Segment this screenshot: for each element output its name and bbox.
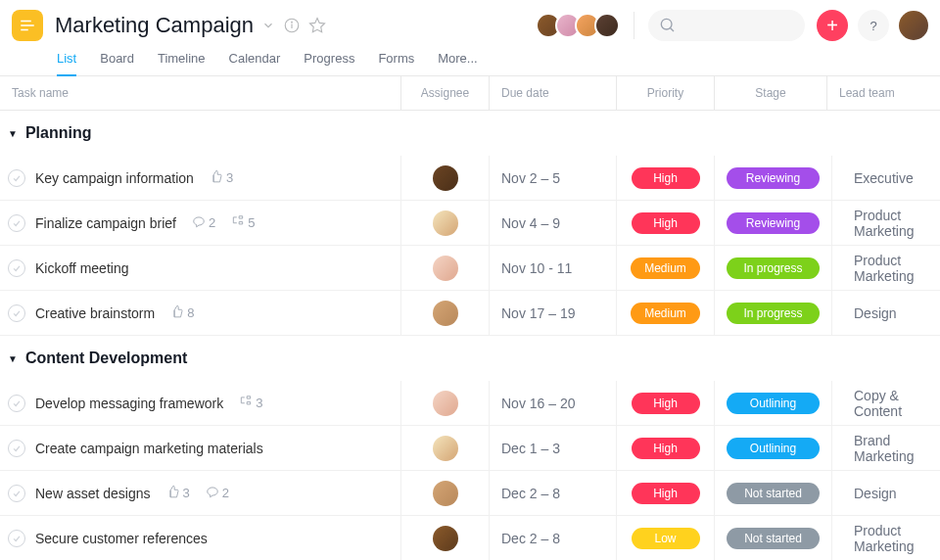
likes-count[interactable]: 8 — [170, 304, 194, 321]
lead-team[interactable]: Copy & Content — [854, 388, 928, 419]
chevron-down-icon: ▼ — [8, 128, 18, 139]
assignee-avatar[interactable] — [433, 391, 458, 416]
assignee-avatar[interactable] — [433, 436, 458, 461]
priority-badge[interactable]: High — [632, 393, 700, 414]
svg-rect-1 — [21, 24, 34, 26]
priority-badge[interactable]: Low — [632, 528, 700, 549]
task-row[interactable]: Secure customer referencesDec 2 – 8LowNo… — [0, 516, 940, 560]
thumbs-up-icon — [166, 485, 180, 501]
due-date[interactable]: Dec 1 – 3 — [501, 441, 560, 456]
add-button[interactable]: + — [817, 10, 848, 41]
section-header[interactable]: ▼Planning — [0, 111, 940, 156]
priority-badge[interactable]: High — [632, 438, 700, 459]
stage-badge[interactable]: Outlining — [727, 393, 820, 414]
complete-checkbox[interactable] — [8, 259, 25, 277]
col-header-team[interactable]: Lead team — [827, 76, 940, 110]
likes-count[interactable]: 3 — [166, 485, 190, 501]
user-avatar[interactable] — [899, 11, 928, 40]
comments-count[interactable]: 2 — [206, 485, 229, 501]
tab-more[interactable]: More... — [438, 45, 477, 75]
col-header-task[interactable]: Task name — [0, 76, 401, 110]
comment-icon — [206, 485, 219, 501]
comments-count[interactable]: 2 — [192, 214, 215, 231]
help-button[interactable]: ? — [858, 10, 889, 41]
stage-badge[interactable]: Reviewing — [727, 212, 820, 234]
assignee-avatar[interactable] — [433, 256, 458, 281]
priority-badge[interactable]: Medium — [631, 257, 700, 279]
stage-badge[interactable]: Not started — [727, 528, 820, 549]
col-header-assignee[interactable]: Assignee — [401, 76, 490, 110]
tab-board[interactable]: Board — [100, 45, 134, 75]
assignee-avatar[interactable] — [433, 301, 458, 326]
tab-list[interactable]: List — [57, 45, 76, 75]
due-date[interactable]: Dec 2 – 8 — [501, 531, 560, 546]
stage-badge[interactable]: In progress — [727, 257, 820, 279]
lead-team[interactable]: Design — [854, 305, 897, 321]
due-date[interactable]: Nov 16 – 20 — [501, 396, 576, 411]
project-members[interactable] — [541, 13, 620, 38]
complete-checkbox[interactable] — [8, 304, 25, 322]
priority-badge[interactable]: High — [632, 167, 700, 189]
col-header-stage[interactable]: Stage — [715, 76, 827, 110]
col-header-priority[interactable]: Priority — [617, 76, 715, 110]
complete-checkbox[interactable] — [8, 214, 25, 232]
subtasks-count[interactable]: 3 — [239, 395, 262, 411]
likes-count[interactable]: 3 — [210, 169, 233, 186]
assignee-avatar[interactable] — [433, 210, 458, 236]
star-icon[interactable] — [308, 17, 326, 34]
complete-checkbox[interactable] — [8, 485, 25, 502]
search-input[interactable] — [648, 10, 805, 41]
complete-checkbox[interactable] — [8, 530, 25, 547]
chevron-down-icon[interactable] — [261, 19, 275, 32]
priority-badge[interactable]: Medium — [631, 303, 700, 324]
due-date[interactable]: Dec 2 – 8 — [501, 486, 560, 501]
complete-checkbox[interactable] — [8, 440, 25, 457]
task-row[interactable]: Creative brainstorm8Nov 17 – 19MediumIn … — [0, 291, 940, 336]
due-date[interactable]: Nov 2 – 5 — [501, 170, 560, 186]
lead-team[interactable]: Product Marketing — [854, 208, 928, 239]
task-row[interactable]: Key campaign information3Nov 2 – 5HighRe… — [0, 156, 940, 201]
task-name: Creative brainstorm — [35, 305, 155, 321]
lead-team[interactable]: Design — [854, 486, 897, 501]
tab-progress[interactable]: Progress — [304, 45, 354, 75]
task-name: Key campaign information — [35, 170, 194, 186]
lead-team[interactable]: Product Marketing — [854, 253, 928, 284]
tab-timeline[interactable]: Timeline — [158, 45, 206, 75]
stage-badge[interactable]: Outlining — [727, 438, 820, 459]
due-date[interactable]: Nov 10 - 11 — [501, 260, 572, 276]
project-icon[interactable] — [12, 10, 43, 41]
task-row[interactable]: Develop messaging framework3Nov 16 – 20H… — [0, 381, 940, 426]
svg-marker-6 — [309, 19, 324, 32]
task-name: New asset designs — [35, 486, 151, 501]
task-row[interactable]: Kickoff meetingNov 10 - 11MediumIn progr… — [0, 246, 940, 291]
priority-badge[interactable]: High — [632, 212, 700, 234]
stage-badge[interactable]: Not started — [727, 483, 820, 504]
assignee-avatar[interactable] — [433, 481, 458, 506]
lead-team[interactable]: Product Marketing — [854, 523, 928, 554]
due-date[interactable]: Nov 17 – 19 — [501, 305, 576, 321]
complete-checkbox[interactable] — [8, 395, 25, 412]
assignee-avatar[interactable] — [433, 526, 458, 551]
stage-badge[interactable]: In progress — [727, 303, 820, 324]
priority-badge[interactable]: High — [632, 483, 700, 504]
col-header-due[interactable]: Due date — [490, 76, 617, 110]
thumbs-up-icon — [210, 169, 223, 186]
stage-badge[interactable]: Reviewing — [727, 167, 820, 189]
section-header[interactable]: ▼Content Development — [0, 336, 940, 381]
tab-forms[interactable]: Forms — [378, 45, 414, 75]
subtask-icon — [239, 395, 253, 411]
info-icon[interactable] — [283, 17, 301, 34]
page-title: Marketing Campaign — [55, 13, 254, 38]
task-row[interactable]: Create campaign marketing materialsDec 1… — [0, 426, 940, 471]
assignee-avatar[interactable] — [433, 165, 458, 191]
subtasks-count[interactable]: 5 — [231, 214, 255, 231]
task-row[interactable]: New asset designs32Dec 2 – 8HighNot star… — [0, 471, 940, 516]
lead-team[interactable]: Brand Marketing — [854, 433, 928, 464]
tab-calendar[interactable]: Calendar — [229, 45, 281, 75]
due-date[interactable]: Nov 4 – 9 — [501, 215, 560, 231]
thumbs-up-icon — [170, 304, 184, 321]
complete-checkbox[interactable] — [8, 169, 25, 187]
task-row[interactable]: Finalize campaign brief25Nov 4 – 9HighRe… — [0, 201, 940, 246]
task-name: Secure customer references — [35, 531, 208, 546]
lead-team[interactable]: Executive — [854, 170, 914, 186]
